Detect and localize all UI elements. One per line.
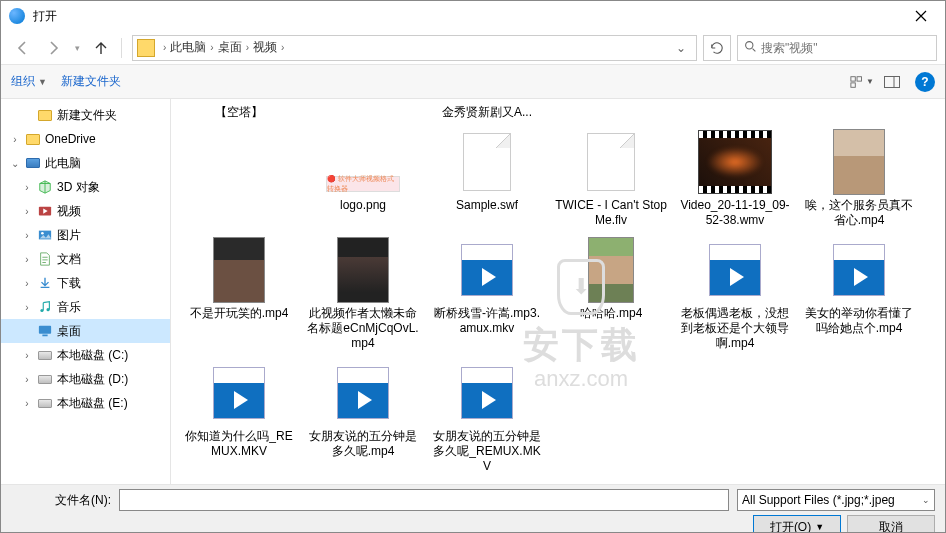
svg-point-8 [41,232,44,235]
tree-item-folder[interactable]: 新建文件夹 [1,103,170,127]
tree-item-3d[interactable]: ›3D 对象 [1,175,170,199]
arrow-right-icon [45,40,61,56]
file-item[interactable]: 🔴 软件大师视频格式转换器logo.png [307,128,419,228]
file-item[interactable]: 【空塔】 [183,105,295,120]
file-item[interactable]: 金秀贤新剧又A... [431,105,543,120]
view-mode-button[interactable]: ▼ [849,71,875,93]
recent-dropdown[interactable]: ▾ [69,34,85,62]
refresh-button[interactable] [703,35,731,61]
file-thumbnail [324,236,402,304]
open-button[interactable]: 打开(O)▼ [753,515,841,533]
new-folder-button[interactable]: 新建文件夹 [61,73,121,90]
split-dropdown-icon[interactable]: ▼ [815,522,824,532]
expand-icon[interactable]: › [9,134,21,145]
file-item[interactable]: 老板偶遇老板，没想到老板还是个大领导啊.mp4 [679,236,791,351]
up-button[interactable] [87,34,115,62]
footer: 文件名(N): All Support Files (*.jpg;*.jpeg … [1,484,945,533]
file-thumbnail [448,359,526,427]
tree-item-download[interactable]: ›下载 [1,271,170,295]
close-button[interactable] [901,2,941,30]
file-name: 【空塔】 [215,105,263,120]
tree-item-pc[interactable]: ⌄此电脑 [1,151,170,175]
svg-rect-2 [857,76,861,80]
expand-icon[interactable]: › [21,182,33,193]
tree-label: 3D 对象 [57,179,100,196]
file-item[interactable]: TWICE - I Can't Stop Me.flv [555,128,667,228]
svg-rect-12 [42,335,47,337]
tree-item-folder[interactable]: ›OneDrive [1,127,170,151]
file-item[interactable]: 美女的举动你看懂了吗给她点个.mp4 [803,236,915,351]
file-item[interactable]: 不是开玩笑的.mp4 [183,236,295,351]
file-item[interactable]: 唉，这个服务员真不省心.mp4 [803,128,915,228]
cancel-label: 取消 [879,519,903,534]
svg-point-10 [46,308,49,311]
expand-icon[interactable]: › [21,398,33,409]
breadcrumb-item[interactable]: 桌面 [218,39,242,56]
cancel-button[interactable]: 取消 [847,515,935,533]
breadcrumb[interactable]: › 此电脑 › 桌面 › 视频 › ⌄ [132,35,697,61]
file-item[interactable]: 断桥残雪-许嵩.mp3.amux.mkv [431,236,543,351]
filter-select[interactable]: All Support Files (*.jpg;*.jpeg ⌄ [737,489,935,511]
tree-item-images[interactable]: ›图片 [1,223,170,247]
3d-icon [37,179,53,195]
organize-menu[interactable]: 组织▼ [11,73,47,90]
expand-icon[interactable]: › [21,206,33,217]
tree-label: 下载 [57,275,81,292]
file-item[interactable]: 哈哈哈.mp4 [555,236,667,351]
svg-point-0 [746,41,753,48]
tree-item-music[interactable]: ›音乐 [1,295,170,319]
expand-icon[interactable]: › [21,278,33,289]
expand-icon[interactable]: › [21,374,33,385]
file-grid[interactable]: ⬇ 安下载 anxz.com 【空塔】金秀贤新剧又A.......🔴 软件大师视… [171,99,945,484]
file-name: Video_20-11-19_09-52-38.wmv [679,198,791,228]
search-input[interactable] [761,41,930,55]
help-button[interactable]: ? [915,72,935,92]
forward-button[interactable] [39,34,67,62]
tree-item-video[interactable]: ›视频 [1,199,170,223]
tree-item-desktop[interactable]: 桌面 [1,319,170,343]
tree-item-disk[interactable]: ›本地磁盘 (E:) [1,391,170,415]
open-label: 打开(O) [770,519,811,534]
file-item[interactable]: Video_20-11-19_09-52-38.wmv [679,128,791,228]
file-item[interactable]: Sample.swf [431,128,543,228]
file-name: 哈哈哈.mp4 [580,306,643,321]
file-item[interactable]: 女朋友说的五分钟是多久呢.mp4 [307,359,419,474]
breadcrumb-dropdown[interactable]: ⌄ [670,41,692,55]
tree-item-disk[interactable]: ›本地磁盘 (C:) [1,343,170,367]
chevron-down-icon: ▼ [866,77,874,86]
expand-icon[interactable]: › [21,350,33,361]
expand-icon[interactable]: › [21,302,33,313]
tree-label: 桌面 [57,323,81,340]
tree-label: 文档 [57,251,81,268]
chevron-right-icon[interactable]: › [163,42,166,53]
folder-icon [37,107,53,123]
breadcrumb-item[interactable]: 此电脑 [170,39,206,56]
file-item[interactable]: 女朋友说的五分钟是多久呢_REMUX.MKV [431,359,543,474]
file-item[interactable]: 此视频作者太懒未命名标题eCnMjCqOvL.mp4 [307,236,419,351]
search-box[interactable] [737,35,937,61]
file-name: 女朋友说的五分钟是多久呢.mp4 [307,429,419,459]
file-item[interactable]: 你知道为什么吗_REMUX.MKV [183,359,295,474]
breadcrumb-item[interactable]: 视频 [253,39,277,56]
file-thumbnail [448,128,526,196]
back-button[interactable] [9,34,37,62]
chevron-right-icon[interactable]: › [246,42,249,53]
chevron-right-icon[interactable]: › [210,42,213,53]
expand-icon[interactable]: › [21,254,33,265]
svg-rect-4 [885,76,900,87]
expand-icon[interactable]: ⌄ [9,158,21,169]
preview-pane-button[interactable] [879,71,905,93]
file-name: 唉，这个服务员真不省心.mp4 [803,198,915,228]
tree-label: OneDrive [45,132,96,146]
tree-item-disk[interactable]: ›本地磁盘 (D:) [1,367,170,391]
window-title: 打开 [33,8,901,25]
file-name: TWICE - I Can't Stop Me.flv [555,198,667,228]
arrow-up-icon [93,40,109,56]
file-name: 断桥残雪-许嵩.mp3.amux.mkv [431,306,543,336]
expand-icon[interactable]: › [21,230,33,241]
chevron-right-icon[interactable]: › [281,42,284,53]
filename-input[interactable] [119,489,729,511]
navbar: ▾ › 此电脑 › 桌面 › 视频 › ⌄ [1,31,945,65]
tree-item-docs[interactable]: ›文档 [1,247,170,271]
file-thumbnail [572,128,650,196]
